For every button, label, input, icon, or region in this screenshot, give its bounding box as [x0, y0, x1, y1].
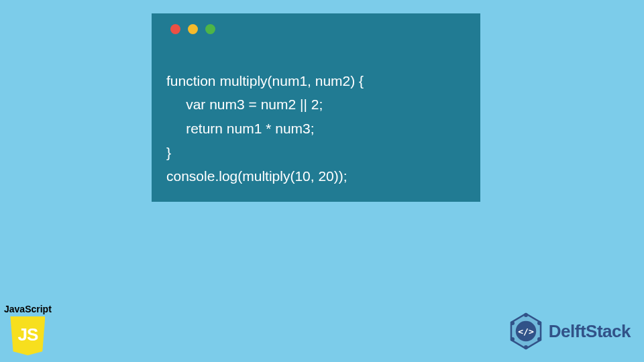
close-icon	[170, 24, 180, 34]
svg-text:</>: </>	[518, 326, 534, 337]
svg-point-5	[537, 321, 541, 325]
delftstack-icon: </>	[507, 312, 545, 350]
code-line: var num3 = num2 || 2;	[166, 97, 323, 112]
code-line: return num1 * num3;	[166, 121, 315, 136]
svg-point-7	[524, 345, 528, 349]
javascript-logo-text: JS	[18, 324, 38, 345]
code-line: }	[166, 145, 171, 160]
code-window: function multiply(num1, num2) { var num3…	[152, 13, 480, 202]
svg-point-4	[524, 313, 528, 317]
code-block: function multiply(num1, num2) { var num3…	[166, 45, 466, 188]
javascript-label: JavaScript	[4, 304, 52, 314]
svg-point-6	[537, 337, 541, 341]
brand-name: DelftStack	[549, 321, 631, 342]
svg-point-8	[511, 337, 515, 341]
javascript-logo-icon: JS	[10, 316, 45, 355]
code-line: console.log(multiply(10, 20));	[166, 168, 347, 184]
maximize-icon	[205, 24, 215, 34]
brand-logo: </> DelftStack	[507, 312, 631, 350]
javascript-badge: JavaScript JS	[4, 304, 52, 355]
code-line: function multiply(num1, num2) {	[166, 73, 364, 88]
window-controls	[170, 24, 466, 34]
minimize-icon	[188, 24, 198, 34]
svg-point-9	[511, 321, 515, 325]
